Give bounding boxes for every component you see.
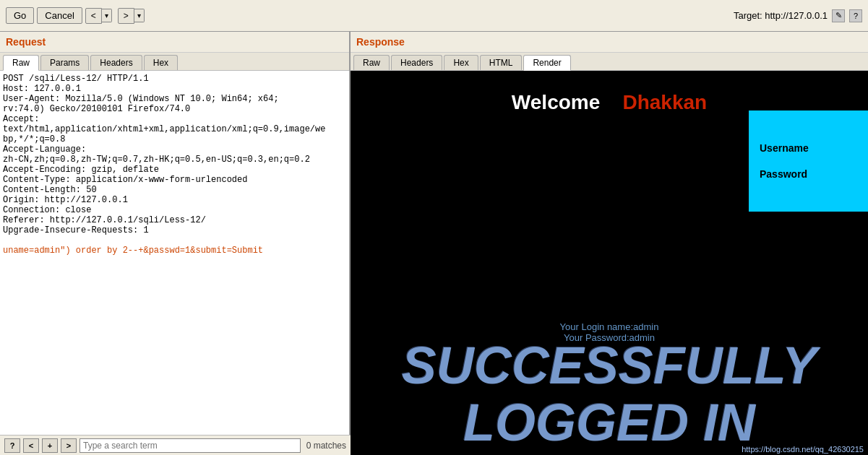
go-button[interactable]: Go bbox=[6, 7, 34, 24]
edit-target-button[interactable]: ✎ bbox=[832, 9, 845, 22]
cancel-button[interactable]: Cancel bbox=[37, 7, 82, 24]
next-match-button[interactable]: > bbox=[61, 438, 77, 453]
welcome-red: Dhakkan bbox=[622, 91, 707, 113]
search-input[interactable] bbox=[80, 438, 301, 453]
response-tab-bar: Raw Headers Hex HTML Render bbox=[351, 53, 868, 71]
back-drop-button[interactable]: ▾ bbox=[102, 9, 112, 22]
tab-params[interactable]: Params bbox=[40, 55, 89, 70]
success-text: SUCCESSFULLY LOGGED IN bbox=[351, 337, 868, 455]
welcome-white: Welcome bbox=[512, 91, 600, 113]
response-content: Welcome Dhakkan Username Password Your L… bbox=[351, 71, 868, 455]
response-header: Response bbox=[351, 32, 868, 53]
tab-response-headers[interactable]: Headers bbox=[391, 55, 442, 70]
help-bottom-button[interactable]: ? bbox=[4, 438, 20, 453]
welcome-text: Welcome Dhakkan bbox=[351, 71, 868, 114]
request-body[interactable]: POST /sqli/Less-12/ HTTP/1.1 Host: 127.0… bbox=[0, 71, 349, 455]
highlight-text: uname=admin") order by 2--+&passwd=1&sub… bbox=[3, 246, 263, 256]
forward-button[interactable]: > bbox=[118, 8, 134, 24]
target-help-button[interactable]: ? bbox=[849, 9, 862, 22]
match-count: 0 matches bbox=[306, 441, 346, 451]
tab-response-hex[interactable]: Hex bbox=[444, 55, 478, 70]
url-bar: https://blog.csdn.net/qq_42630215 bbox=[737, 443, 868, 455]
login-box: Username Password bbox=[749, 110, 868, 212]
tab-response-html[interactable]: HTML bbox=[480, 55, 523, 70]
target-label: Target: http://127.0.0.1 bbox=[734, 10, 828, 21]
tab-hex[interactable]: Hex bbox=[144, 55, 178, 70]
prev-match-button[interactable]: < bbox=[23, 438, 39, 453]
tab-headers[interactable]: Headers bbox=[90, 55, 142, 70]
success-line1: SUCCESSFULLY bbox=[351, 337, 868, 394]
back-button[interactable]: < bbox=[85, 8, 102, 24]
add-button[interactable]: + bbox=[42, 438, 58, 453]
login-result-line1: Your Login name:admin bbox=[560, 321, 659, 332]
request-tab-bar: Raw Params Headers Hex bbox=[0, 53, 349, 71]
tab-raw[interactable]: Raw bbox=[3, 55, 39, 71]
password-label: Password bbox=[760, 168, 807, 180]
tab-response-raw[interactable]: Raw bbox=[353, 55, 390, 70]
request-header: Request bbox=[0, 32, 349, 53]
render-area: Welcome Dhakkan Username Password Your L… bbox=[351, 71, 868, 455]
tab-response-render[interactable]: Render bbox=[523, 55, 570, 71]
forward-drop-button[interactable]: ▾ bbox=[134, 9, 145, 22]
username-label: Username bbox=[760, 142, 809, 154]
